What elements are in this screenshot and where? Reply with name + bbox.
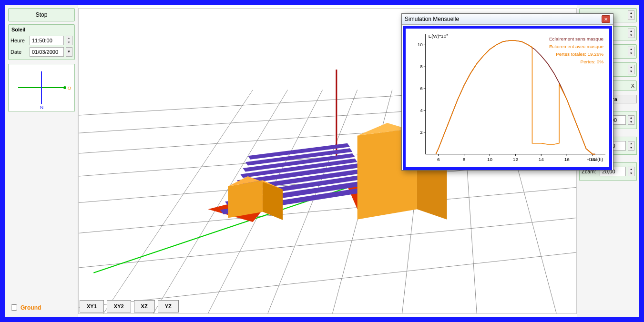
soleil-group: Soleil Heure 11:50:00 ▲▼ Date 01/03/2000… — [8, 24, 75, 60]
svg-text:12: 12 — [513, 157, 519, 162]
app-frame: 2D 3D Stop Soleil Heure 11:50:00 ▲▼ Date… — [0, 0, 644, 322]
svg-text:Pertes totales: 19.26%: Pertes totales: 19.26% — [556, 51, 603, 57]
date-dropdown[interactable]: ▼ — [66, 47, 72, 57]
view-tab-xz[interactable]: XZ — [134, 300, 155, 312]
heure-label: Heure — [10, 38, 28, 43]
chart-title-text: Simulation Mensuelle — [405, 16, 459, 22]
zcam-spinner[interactable]: ▲▼ — [628, 167, 634, 176]
svg-text:6: 6 — [437, 157, 440, 162]
chart-window[interactable]: Simulation Mensuelle ✕ 68101214161824681… — [401, 13, 613, 171]
date-input[interactable]: 01/03/2000 — [30, 47, 64, 57]
svg-line-9 — [79, 218, 576, 268]
svg-text:8: 8 — [420, 64, 423, 69]
svg-text:10: 10 — [418, 42, 423, 47]
ground-toggle-row: Ground — [8, 301, 75, 314]
spinner-4[interactable]: ▲▼ — [628, 65, 634, 74]
date-label: Date — [10, 49, 28, 55]
soleil-title: Soleil — [10, 27, 72, 34]
view-tab-xy2[interactable]: XY2 — [107, 300, 131, 312]
svg-marker-33 — [263, 181, 283, 220]
spinner-3[interactable]: ▲▼ — [628, 47, 634, 56]
svg-line-10 — [79, 252, 576, 307]
heure-input[interactable]: 11:50:00 — [30, 36, 64, 45]
ground-checkbox[interactable] — [11, 304, 17, 311]
svg-text:8: 8 — [463, 157, 466, 162]
heure-spinner[interactable]: ▲▼ — [66, 36, 72, 45]
ycam-spinner[interactable]: ▲▼ — [628, 141, 634, 151]
spinner-2[interactable]: ▲▼ — [628, 29, 634, 38]
svg-text:Eclairement sans masque: Eclairement sans masque — [549, 36, 604, 41]
svg-text:14: 14 — [539, 157, 544, 162]
svg-text:H sol(h): H sol(h) — [586, 157, 603, 162]
svg-text:E(W)*10²: E(W)*10² — [429, 33, 448, 39]
svg-text:Eclairement avec masque: Eclairement avec masque — [549, 44, 604, 49]
ground-label: Ground — [20, 304, 41, 311]
svg-text:10: 10 — [487, 157, 493, 162]
left-panel: Stop Soleil Heure 11:50:00 ▲▼ Date 01/03… — [5, 5, 78, 317]
stop-button[interactable]: Stop — [8, 8, 75, 21]
xcam-spinner[interactable]: ▲▼ — [628, 115, 634, 125]
compass-o-label: O — [68, 85, 72, 91]
x-label: X — [631, 83, 634, 89]
view-tabs: XY1 XY2 XZ YZ — [80, 300, 179, 312]
view-tab-yz[interactable]: YZ — [158, 300, 179, 312]
svg-text:6: 6 — [420, 86, 423, 91]
svg-text:Pertes: 0%: Pertes: 0% — [581, 59, 604, 64]
chart-body: 681012141618246810E(W)*10²H sol(h)Eclair… — [403, 26, 612, 170]
spinner-1[interactable]: ▲▼ — [628, 10, 634, 20]
svg-text:2: 2 — [420, 130, 423, 135]
close-icon[interactable]: ✕ — [602, 15, 610, 23]
chart-title-bar[interactable]: Simulation Mensuelle ✕ — [402, 14, 613, 25]
compass: O N — [8, 64, 75, 111]
svg-marker-32 — [228, 181, 263, 218]
compass-n-label: N — [40, 105, 43, 110]
svg-text:16: 16 — [564, 157, 570, 162]
svg-text:4: 4 — [420, 108, 423, 113]
view-tab-xy1[interactable]: XY1 — [80, 300, 104, 312]
svg-point-1 — [63, 86, 66, 89]
